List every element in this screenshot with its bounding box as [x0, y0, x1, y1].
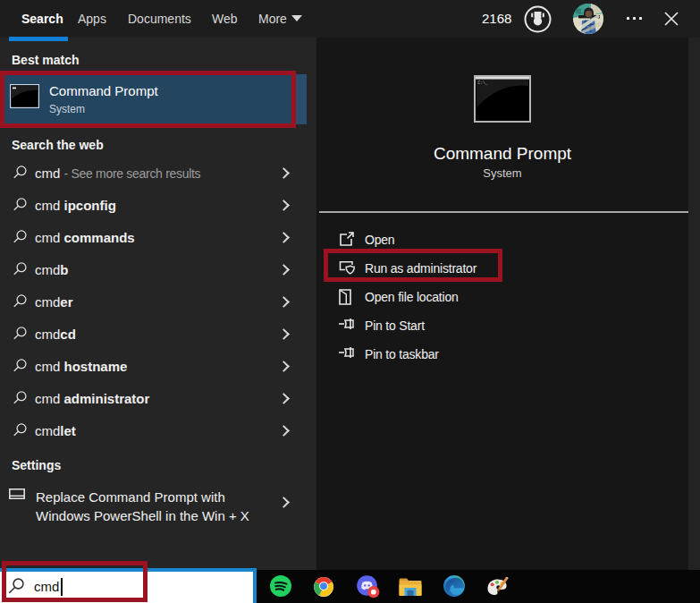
svg-text:C:\_: C:\_ — [478, 81, 488, 85]
